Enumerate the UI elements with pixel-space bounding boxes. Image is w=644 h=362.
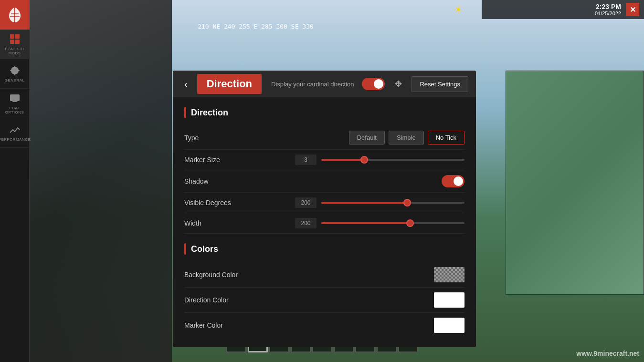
move-icon[interactable]: ✥ xyxy=(391,76,406,92)
marker-color-swatch[interactable] xyxy=(434,318,465,333)
visible-degrees-fill xyxy=(321,202,407,204)
sidebar-logo[interactable] xyxy=(0,0,30,30)
visible-degrees-track[interactable] xyxy=(321,202,465,204)
type-notick-button[interactable]: No Tick xyxy=(428,131,465,145)
chat-icon xyxy=(9,93,21,104)
background-color-row: Background Color xyxy=(184,262,465,288)
time-value: 2:23 PM xyxy=(595,3,621,10)
direction-toggle[interactable] xyxy=(362,78,385,90)
marker-size-label: Marker Size xyxy=(184,156,251,164)
date-value: 01/25/2022 xyxy=(595,10,621,16)
marker-color-label: Marker Color xyxy=(184,321,434,329)
visible-degrees-value: 200 xyxy=(295,197,317,208)
back-button[interactable]: ‹ xyxy=(180,77,191,92)
close-button[interactable]: ✕ xyxy=(626,3,639,16)
width-row: Width 200 xyxy=(184,213,465,234)
direction-dialog: ‹ Direction Display your cardinal direct… xyxy=(173,71,476,347)
gear-icon xyxy=(9,65,21,76)
preview-area xyxy=(506,71,644,295)
type-simple-button[interactable]: Simple xyxy=(389,131,424,145)
type-buttons: Default Simple No Tick xyxy=(257,131,465,145)
performance-icon xyxy=(9,124,21,135)
dialog-body: Direction Type Default Simple No Tick Ma… xyxy=(173,97,476,347)
svg-rect-1 xyxy=(15,34,20,39)
sidebar-item-feather-mods[interactable]: FEATHER MODS xyxy=(0,30,30,59)
watermark: www.9minecraft.net xyxy=(576,350,639,357)
width-track[interactable] xyxy=(321,222,465,224)
width-controls: 200 xyxy=(257,218,465,228)
colors-section-header: Colors xyxy=(184,243,465,255)
marker-size-slider-container: 3 xyxy=(257,155,465,165)
marker-color-row: Marker Color xyxy=(184,313,465,338)
visible-degrees-label: Visible Degrees xyxy=(184,199,251,207)
direction-color-row: Direction Color xyxy=(184,288,465,313)
visible-degrees-slider-container: 200 xyxy=(257,197,465,208)
svg-rect-3 xyxy=(15,40,20,44)
marker-size-fill xyxy=(321,159,364,161)
sidebar-item-general[interactable]: GENERAL xyxy=(0,59,30,89)
sidebar-performance-label: PERFORMANCE xyxy=(0,137,31,142)
visible-degrees-row: Visible Degrees 200 xyxy=(184,193,465,213)
sidebar: FEATHER MODS GENERAL CHAT OPTIONS PERFOR… xyxy=(0,0,30,362)
dialog-subtitle: Display your cardinal direction xyxy=(271,81,356,88)
colors-section-title: Colors xyxy=(191,244,218,254)
visible-degrees-thumb[interactable] xyxy=(403,199,411,207)
width-thumb[interactable] xyxy=(406,219,414,227)
direction-section-title: Direction xyxy=(191,108,228,118)
marker-size-track[interactable] xyxy=(321,159,465,161)
marker-size-controls: 3 xyxy=(257,155,465,165)
width-slider-container: 200 xyxy=(257,218,465,228)
grid-icon xyxy=(9,33,21,45)
marker-size-row: Marker Size 3 xyxy=(184,150,465,170)
shadow-row: Shadow xyxy=(184,170,465,193)
dialog-header: ‹ Direction Display your cardinal direct… xyxy=(173,71,476,97)
svg-rect-0 xyxy=(10,34,14,39)
width-label: Width xyxy=(184,219,251,227)
time-display: 2:23 PM 01/25/2022 xyxy=(595,3,621,16)
direction-color-swatch[interactable] xyxy=(434,292,465,308)
colors-section: Colors Background Color Direction Color … xyxy=(184,243,465,338)
top-bar: 2:23 PM 01/25/2022 ✕ xyxy=(482,0,644,19)
direction-section-header: Direction xyxy=(184,107,465,118)
marker-size-value: 3 xyxy=(295,155,317,165)
visible-degrees-controls: 200 xyxy=(257,197,465,208)
background-color-label: Background Color xyxy=(184,271,434,279)
type-row: Type Default Simple No Tick xyxy=(184,126,465,150)
type-controls: Default Simple No Tick xyxy=(257,131,465,145)
dialog-title: Direction xyxy=(197,74,262,94)
shadow-controls xyxy=(257,175,465,187)
type-default-button[interactable]: Default xyxy=(349,131,385,145)
colors-section-bar xyxy=(184,243,186,255)
reset-settings-button[interactable]: Reset Settings xyxy=(412,76,468,92)
width-fill xyxy=(321,222,410,224)
section-bar xyxy=(184,107,186,118)
direction-color-label: Direction Color xyxy=(184,296,434,304)
shadow-label: Shadow xyxy=(184,177,251,185)
marker-size-thumb[interactable] xyxy=(360,156,368,164)
feather-logo-icon xyxy=(5,5,24,24)
sidebar-general-label: GENERAL xyxy=(5,78,25,83)
background-color-swatch[interactable] xyxy=(434,267,465,282)
sun-icon: ☀ xyxy=(454,4,463,15)
right-panel xyxy=(482,0,644,362)
type-label: Type xyxy=(184,134,251,142)
shadow-toggle[interactable] xyxy=(442,175,465,187)
width-value: 200 xyxy=(295,218,317,228)
sidebar-item-performance[interactable]: PERFORMANCE xyxy=(0,118,30,148)
svg-rect-2 xyxy=(10,40,14,44)
sidebar-item-chat-options[interactable]: CHAT OPTIONS xyxy=(0,89,30,118)
sidebar-feather-label: FEATHER MODS xyxy=(0,47,30,55)
sidebar-chat-label: CHAT OPTIONS xyxy=(0,106,30,114)
